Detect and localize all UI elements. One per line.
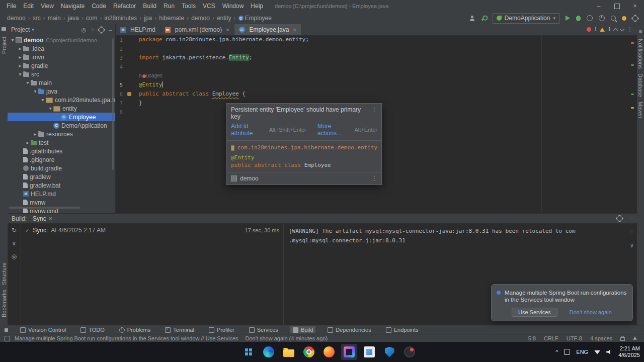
tab-pom-xml-demoo[interactable]: mpom.xml (demoo)×	[160, 24, 234, 35]
toolwindow-endpoints[interactable]: Endpoints	[383, 326, 421, 333]
hide-build-panel-icon[interactable]: –	[629, 215, 633, 222]
warning-stripe-mark[interactable]	[631, 107, 634, 109]
menu-view[interactable]: View	[37, 0, 57, 12]
tree-item-entity[interactable]: ▾entity	[8, 104, 115, 113]
status-message[interactable]: Manage multiple Spring Boot run configur…	[15, 335, 238, 341]
app-window-icon[interactable]	[361, 344, 377, 360]
gutter[interactable]	[123, 62, 139, 71]
tree-item-main[interactable]: ▾main	[8, 78, 115, 87]
tree-item-mvn[interactable]: ▸.mvn	[8, 53, 115, 61]
code-line-6[interactable]: 6public abstract class Employee {	[116, 89, 637, 99]
indent-style[interactable]: 4 spaces	[590, 335, 612, 341]
gutter[interactable]	[123, 53, 139, 62]
menu-tools[interactable]: Tools	[178, 0, 199, 12]
chevron-down-icon[interactable]: ▾	[10, 37, 16, 43]
tray-app-icon[interactable]	[564, 349, 570, 355]
code-line-2[interactable]: 2	[116, 44, 637, 53]
soft-wrap-icon[interactable]: ≡	[630, 226, 633, 236]
breadcrumb-item-com[interactable]: com	[85, 15, 99, 22]
gutter[interactable]	[123, 71, 139, 80]
caret-position[interactable]: 5:8	[528, 335, 536, 341]
tool-stripe-bookmarks[interactable]: Bookmarks	[1, 290, 7, 317]
previous-problem-icon[interactable]	[613, 28, 618, 33]
close-icon[interactable]: ×	[226, 27, 229, 33]
collapse-all-icon[interactable]: ≡	[91, 27, 94, 33]
project-view-selector[interactable]: Project	[11, 26, 30, 33]
chevron-down-icon[interactable]: ▾	[17, 71, 23, 77]
updates-indicator-icon[interactable]	[622, 16, 626, 21]
jpa-entity-gutter-icon[interactable]	[127, 92, 131, 96]
tree-item-demoapplication[interactable]: CDemoApplication	[8, 121, 115, 130]
chevron-right-icon[interactable]: ▸	[17, 63, 23, 68]
toolwindow-profiler[interactable]: Profiler	[206, 326, 237, 333]
gutter[interactable]	[123, 80, 139, 89]
code-line-1[interactable]: 1package com.in28minutes.jpa.hibernate.d…	[116, 35, 637, 44]
line-number[interactable]: 2	[116, 44, 123, 53]
tree-item-gitignore[interactable]: .gitignore	[8, 155, 115, 164]
build-settings-icon[interactable]	[617, 216, 622, 221]
project-horizontal-scrollbar[interactable]	[9, 207, 80, 209]
line-number[interactable]: 6	[116, 89, 123, 99]
file-explorer-icon[interactable]	[281, 344, 297, 360]
scroll-to-end-icon[interactable]: ∨	[630, 241, 633, 250]
breadcrumb-item-main[interactable]: main	[47, 15, 62, 22]
menu-file[interactable]: File	[3, 0, 20, 12]
run-button[interactable]	[566, 16, 570, 21]
breadcrumb-item-in28minutes[interactable]: in28minutes	[103, 15, 138, 22]
readonly-lock-icon[interactable]	[620, 337, 625, 341]
toolwindow-switcher-icon[interactable]	[5, 328, 8, 332]
run-config-selector[interactable]: DemoApplication ▾	[493, 13, 559, 24]
tree-item-employee[interactable]: CEmployee	[8, 113, 115, 121]
profiler-icon[interactable]	[599, 15, 605, 21]
tree-item-src[interactable]: ▾src	[8, 70, 115, 78]
tab-help-md[interactable]: MHELP.md	[116, 24, 160, 35]
build-project-icon[interactable]	[481, 16, 486, 21]
close-button[interactable]: ×	[626, 0, 644, 12]
tool-stripe-structure[interactable]: Structure	[1, 262, 7, 285]
change-stripe-mark[interactable]	[631, 94, 634, 95]
line-number[interactable]: 5	[116, 80, 123, 89]
line-number[interactable]: 1	[116, 35, 123, 44]
wifi-icon[interactable]	[594, 350, 600, 354]
tree-item-resources[interactable]: ▸resources	[8, 130, 115, 138]
tree-item-gitattributes[interactable]: .gitattributes	[8, 147, 115, 155]
breadcrumb-item-java[interactable]: java	[67, 15, 80, 22]
tray-expand-icon[interactable]: ^	[555, 349, 558, 355]
tool-stripe-project[interactable]: Project	[1, 37, 7, 54]
gutter[interactable]	[123, 99, 139, 108]
add-id-attribute-link[interactable]: Add Id attribute	[231, 123, 266, 137]
menu-code[interactable]: Code	[88, 0, 110, 12]
menu-build[interactable]: Build	[139, 0, 160, 12]
editor-menu-icon[interactable]: ≡	[639, 28, 642, 34]
gutter[interactable]	[123, 44, 139, 53]
toolwindow-problems[interactable]: Problems	[117, 326, 153, 333]
menu-vcs[interactable]: VCS	[199, 0, 219, 12]
tree-item-com-in28minutes-jpa-hibe[interactable]: ▾com.in28minutes.jpa.hibe	[8, 96, 115, 104]
menu-help[interactable]: Help	[247, 0, 267, 12]
chevron-down-icon[interactable]: ▾	[47, 106, 53, 111]
line-number[interactable]: 3	[116, 53, 123, 62]
tree-item-mvnw[interactable]: mvnw	[8, 198, 115, 207]
edge-icon[interactable]	[261, 344, 277, 360]
menu-run[interactable]: Run	[160, 0, 178, 12]
tree-item-java[interactable]: ▾java	[8, 87, 115, 96]
vcs-update-icon[interactable]	[469, 16, 475, 21]
breadcrumb-item-demoo[interactable]: demoo	[190, 15, 211, 22]
tool-stripe-maven[interactable]: Maven	[637, 102, 643, 118]
breadcrumb-item-jpa[interactable]: jpa	[143, 15, 153, 22]
volume-icon[interactable]	[606, 349, 612, 354]
line-number[interactable]: 4	[116, 62, 123, 71]
start-button[interactable]	[240, 344, 257, 360]
close-icon[interactable]: ×	[49, 215, 52, 222]
line-number[interactable]: 7	[116, 99, 123, 108]
menu-refactor[interactable]: Refactor	[110, 0, 139, 12]
tree-item-help-md[interactable]: MHELP.md	[8, 190, 115, 198]
code-line-4[interactable]: 4	[116, 62, 637, 71]
clock[interactable]: 2:21 AM 4/6/2025	[618, 345, 640, 358]
more-icon[interactable]: ⋮	[371, 175, 377, 182]
search-icon[interactable]	[611, 16, 616, 21]
error-stripe-mark[interactable]	[631, 42, 634, 44]
dont-show-again-link[interactable]: Don't show again	[570, 309, 612, 315]
breadcrumb-item-entity[interactable]: entity	[216, 15, 232, 22]
file-encoding[interactable]: UTF-8	[567, 335, 582, 341]
